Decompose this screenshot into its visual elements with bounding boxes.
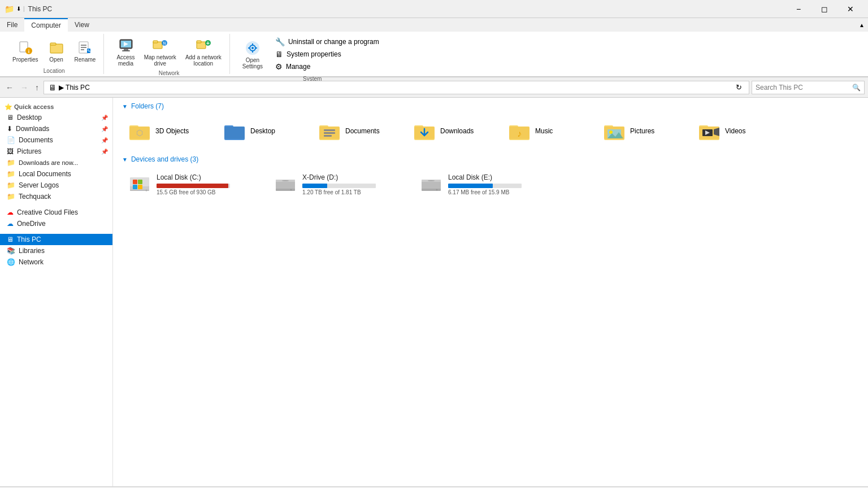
svg-rect-62 — [138, 180, 142, 184]
sidebar-item-local-documents[interactable]: 📁 Local Documents — [0, 168, 112, 180]
svg-rect-70 — [276, 189, 295, 191]
close-button[interactable]: ✕ — [837, 0, 863, 18]
search-bar[interactable]: 🔍 — [752, 81, 865, 94]
open-button[interactable]: Open — [44, 36, 69, 65]
address-bar[interactable]: 🖥 ▶ This PC ↻ — [44, 81, 749, 94]
refresh-button[interactable]: ↻ — [734, 82, 744, 93]
svg-rect-17 — [153, 41, 158, 43]
open-icon — [47, 38, 66, 56]
drive-x-drive[interactable]: X-Drive (D:) 1.20 TB free of 1.81 TB — [268, 169, 409, 199]
manage-item[interactable]: ⚙ Manage — [273, 61, 381, 72]
svg-rect-75 — [422, 189, 441, 191]
folder-music-label: Music — [535, 127, 553, 135]
ribbon-group-system: OpenSettings 🔧 Uninstall or change a pro… — [235, 34, 390, 74]
pin-icon-downloads: 📌 — [101, 126, 108, 132]
sidebar-item-pictures[interactable]: 🖼 Pictures 📌 — [0, 146, 112, 157]
pin-icon-desktop: 📌 — [101, 115, 108, 121]
tab-view[interactable]: View — [68, 18, 96, 32]
drive-x-drive-name: X-Drive (D:) — [302, 173, 403, 181]
drive-local-e[interactable]: Local Disk (E:) 6.17 MB free of 15.9 MB — [414, 169, 555, 199]
up-button[interactable]: ↑ — [33, 82, 41, 93]
sidebar-item-this-pc[interactable]: 🖥 This PC — [0, 234, 112, 245]
ribbon-group-network-items: Accessmedia N Map networkdrive — [113, 34, 224, 69]
svg-point-76 — [436, 189, 438, 191]
svg-text:✎: ✎ — [87, 49, 91, 54]
address-path: ▶ This PC — [59, 84, 734, 91]
map-network-drive-button[interactable]: N Map networkdrive — [141, 34, 180, 69]
drive-local-c-name: Local Disk (C:) — [157, 173, 257, 181]
svg-rect-39 — [324, 135, 332, 137]
search-input[interactable] — [756, 84, 852, 91]
this-pc-icon: 🖥 — [7, 236, 14, 243]
folder-videos-icon — [698, 120, 721, 142]
add-network-location-button[interactable]: + Add a networklocation — [182, 34, 225, 69]
folder-pictures-label: Pictures — [630, 127, 654, 135]
local-docs-icon: 📁 — [7, 170, 15, 178]
rename-button[interactable]: ✎ Rename — [71, 36, 99, 65]
quick-access-section: ⭐ Quick access — [0, 100, 112, 112]
open-settings-button[interactable]: OpenSettings — [239, 37, 266, 72]
folder-downloads[interactable]: Downloads — [407, 116, 497, 146]
drive-x-drive-info: X-Drive (D:) 1.20 TB free of 1.81 TB — [302, 173, 403, 195]
restore-button[interactable]: ◻ — [811, 0, 837, 18]
drive-local-c[interactable]: Local Disk (C:) 15.5 GB free of 930 GB — [122, 169, 263, 199]
sidebar-item-downloads[interactable]: ⬇ Downloads 📌 — [0, 123, 112, 134]
sidebar-item-techquack[interactable]: 📁 Techquack — [0, 191, 112, 202]
sidebar-item-network[interactable]: 🌐 Network — [0, 256, 112, 268]
ribbon-system-items: 🔧 Uninstall or change a program 🖥 System… — [268, 34, 386, 75]
tab-file[interactable]: File — [0, 18, 24, 32]
drive-local-c-icon — [128, 173, 151, 195]
folder-3d-objects[interactable]: ⬡ 3D Objects — [122, 116, 212, 146]
properties-button[interactable]: i Properties — [9, 36, 42, 65]
sidebar-item-documents[interactable]: 📄 Documents 📌 — [0, 134, 112, 146]
folder-music[interactable]: ♪ Music — [502, 116, 592, 146]
drive-local-c-bar — [157, 184, 228, 188]
svg-rect-33 — [224, 127, 245, 139]
svg-rect-4 — [50, 43, 56, 45]
system-properties-item[interactable]: 🖥 System properties — [273, 49, 381, 60]
svg-text:♪: ♪ — [517, 129, 522, 138]
folder-videos[interactable]: Videos — [692, 116, 782, 146]
window-title: This PC — [28, 5, 53, 13]
minimize-button[interactable]: − — [785, 0, 811, 18]
folder-desktop[interactable]: Desktop — [217, 116, 307, 146]
network-icon: 🌐 — [7, 258, 15, 266]
ribbon-group-network: Accessmedia N Map networkdrive — [108, 34, 229, 74]
tab-computer[interactable]: Computer — [24, 18, 68, 32]
devices-section-header[interactable]: ▼ Devices and drives (3) — [122, 155, 859, 163]
techquack-icon: 📁 — [7, 193, 15, 201]
svg-rect-14 — [124, 49, 128, 50]
drive-local-e-icon — [420, 173, 442, 195]
sidebar-item-libraries[interactable]: 📚 Libraries — [0, 245, 112, 256]
folder-downloads-icon — [413, 120, 436, 142]
folder-3d-objects-label: 3D Objects — [155, 127, 189, 135]
folder-pictures[interactable]: Pictures — [597, 116, 687, 146]
uninstall-icon: 🔧 — [275, 37, 285, 46]
sidebar-item-server-logos[interactable]: 📁 Server Logos — [0, 180, 112, 191]
ribbon-group-location: i Properties Open — [5, 34, 104, 74]
content-area: ▼ Folders (7) ⬡ 3D Objects — [113, 98, 868, 486]
svg-text:+: + — [206, 40, 210, 46]
sidebar-item-onedrive[interactable]: ☁ OneDrive — [0, 218, 112, 229]
title-bar-controls: − ◻ ✕ — [785, 0, 863, 18]
drive-x-drive-free: 1.20 TB free of 1.81 TB — [302, 189, 403, 195]
pin-icon-documents: 📌 — [101, 137, 108, 143]
drive-x-drive-icon — [274, 173, 297, 195]
manage-icon: ⚙ — [275, 62, 283, 71]
sidebar-item-creative-cloud[interactable]: ☁ Creative Cloud Files — [0, 207, 112, 218]
svg-text:N: N — [163, 41, 166, 45]
folder-videos-label: Videos — [725, 127, 745, 135]
sidebar-item-desktop[interactable]: 🖥 Desktop 📌 — [0, 112, 112, 123]
uninstall-item[interactable]: 🔧 Uninstall or change a program — [273, 36, 381, 47]
folders-section-header[interactable]: ▼ Folders (7) — [122, 102, 859, 110]
ribbon-tabs: File Computer View ▲ — [0, 18, 868, 32]
access-media-button[interactable]: Accessmedia — [113, 34, 138, 69]
map-network-drive-icon: N — [151, 36, 169, 54]
ribbon-collapse-button[interactable]: ▲ — [856, 18, 868, 32]
sidebar-item-downloads-new[interactable]: 📁 Downloads are now... — [0, 157, 112, 168]
rename-icon: ✎ — [76, 38, 94, 56]
forward-button[interactable]: → — [18, 82, 31, 93]
folder-documents[interactable]: Documents — [312, 116, 402, 146]
svg-rect-64 — [138, 185, 142, 189]
back-button[interactable]: ← — [3, 82, 16, 93]
